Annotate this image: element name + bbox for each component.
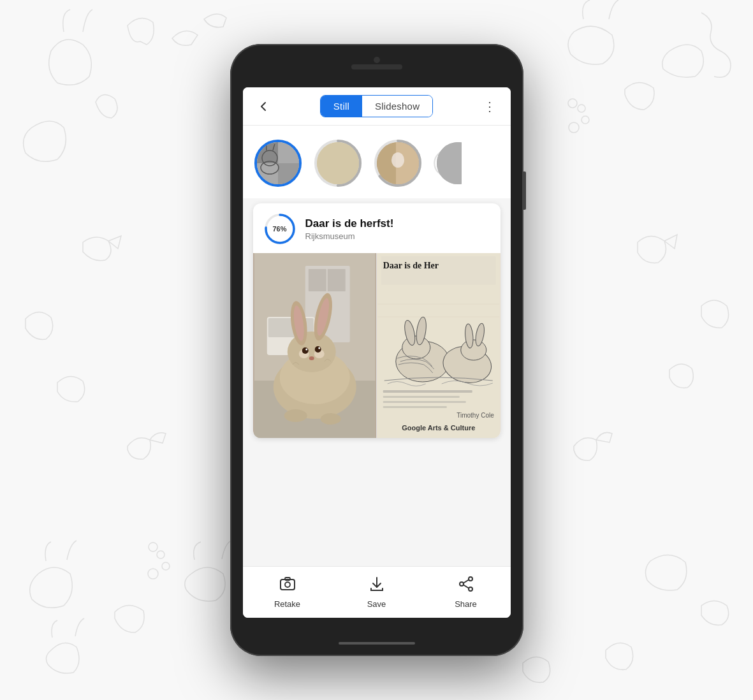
share-icon [458,576,474,596]
svg-rect-30 [308,269,326,291]
thumbnail-image-1 [257,142,299,184]
thumbnails-row [243,126,511,198]
svg-point-22 [391,152,404,168]
user-photo [253,253,377,438]
svg-point-57 [402,336,430,359]
svg-point-3 [149,543,157,551]
save-button[interactable]: Save [351,576,402,609]
share-label: Share [455,599,477,609]
svg-text:Timothy Cole: Timothy Cole [457,412,494,419]
artwork-text: Daar is de herfst! Rijksmuseum [305,217,394,241]
front-camera [374,57,380,63]
svg-point-74 [460,582,464,586]
retake-label: Retake [274,599,300,609]
svg-rect-17 [317,142,359,184]
svg-point-61 [461,340,486,360]
screen: Still Slideshow ⋮ [243,87,511,618]
svg-rect-70 [281,580,295,590]
comparison-images: Daar is de Her [253,253,501,438]
svg-point-6 [578,105,585,112]
thumbnail-3[interactable] [373,138,423,188]
phone-top-area [230,44,523,82]
svg-point-73 [469,577,472,581]
artwork-card[interactable]: 76% Daar is de herfst! Rijksmuseum [253,203,501,438]
save-icon [369,576,385,596]
retake-icon [279,576,296,596]
top-bar: Still Slideshow ⋮ [243,87,511,126]
artwork-museum: Rijksmuseum [305,231,394,241]
thumbnail-4[interactable] [433,138,462,188]
svg-point-49 [284,409,307,422]
svg-rect-65 [383,396,460,398]
svg-point-5 [581,116,589,124]
svg-point-45 [314,346,321,353]
thumbnail-image-3 [377,142,419,184]
thumbnail-1[interactable] [253,138,303,188]
save-label: Save [367,599,386,609]
tab-slideshow[interactable]: Slideshow [362,96,432,117]
svg-point-4 [569,122,579,133]
svg-rect-31 [327,269,345,291]
result-section: 76% Daar is de herfst! Rijksmuseum [243,198,511,566]
svg-point-47 [318,347,320,349]
thumbnail-image-2 [317,142,359,184]
svg-text:Daar is de Her: Daar is de Her [383,261,439,270]
svg-point-2 [157,551,164,558]
artwork-image: Daar is de Her [376,253,501,438]
svg-point-50 [320,413,340,425]
svg-rect-67 [383,406,447,408]
home-indicator [339,642,415,645]
tab-group: Still Slideshow [320,95,433,117]
svg-point-37 [287,332,335,372]
svg-rect-66 [383,401,466,403]
svg-rect-64 [383,390,472,393]
match-percentage: 76% [263,212,296,245]
svg-text:Google Arts & Culture: Google Arts & Culture [402,424,475,432]
power-button [523,171,526,210]
thumbnail-2[interactable] [313,138,363,188]
back-button[interactable] [253,96,274,117]
bottom-toolbar: Retake Save [243,566,511,618]
svg-point-75 [469,587,472,591]
svg-point-7 [568,99,577,108]
artwork-title: Daar is de herfst! [305,217,394,230]
share-button[interactable]: Share [441,576,492,609]
retake-button[interactable]: Retake [262,576,313,609]
svg-point-1 [162,562,170,570]
svg-point-71 [285,582,290,587]
svg-point-44 [302,347,308,354]
artwork-info: 76% Daar is de herfst! Rijksmuseum [253,203,501,253]
svg-point-0 [148,569,158,579]
speaker [351,64,402,69]
svg-point-46 [305,349,307,351]
match-circle: 76% [263,212,296,245]
tab-still[interactable]: Still [321,96,362,117]
svg-point-48 [309,356,314,360]
phone-device: Still Slideshow ⋮ [230,44,523,656]
phone-bottom [230,631,523,656]
more-options-button[interactable]: ⋮ [480,96,501,117]
